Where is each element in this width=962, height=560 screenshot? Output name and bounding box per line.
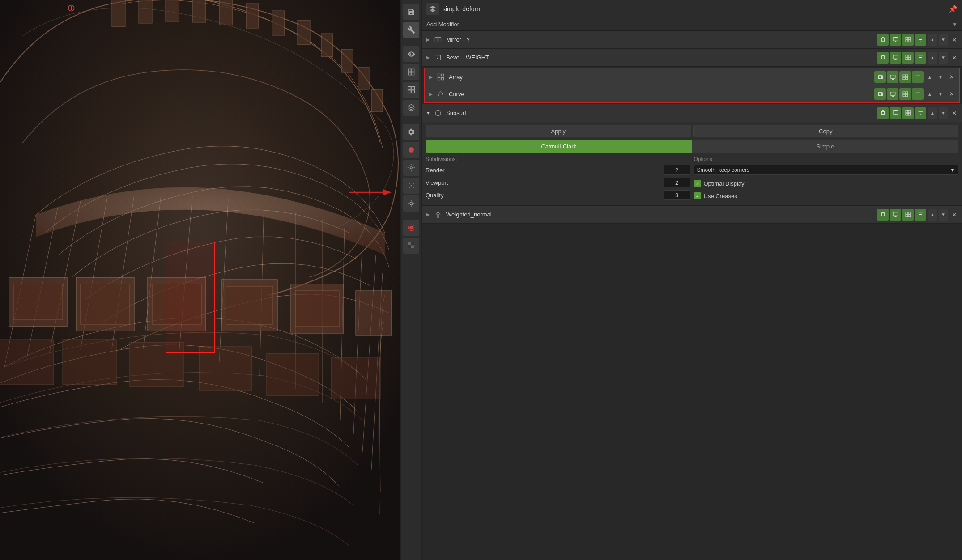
curve-name: Curve (447, 91, 873, 98)
bevel-down-btn[interactable]: ▼ (939, 52, 948, 64)
smooth-dropdown[interactable]: Smooth, keep corners ▼ (694, 165, 959, 175)
curve-close-btn[interactable]: ✕ (947, 89, 957, 99)
use-creases-checkbox[interactable]: ✓ (694, 192, 701, 199)
weighted-normal-filter-btn[interactable] (915, 209, 926, 221)
array-down-btn[interactable]: ▼ (936, 71, 945, 83)
view-button[interactable] (403, 46, 419, 62)
svg-point-48 (409, 226, 413, 229)
mirror-up-btn[interactable]: ▲ (928, 34, 937, 46)
curve-camera-btn[interactable] (874, 88, 886, 100)
array-camera-btn[interactable] (874, 71, 886, 83)
subsurf-filter-btn[interactable] (915, 107, 926, 119)
checker-button[interactable] (403, 238, 419, 254)
subsurf-up-btn[interactable]: ▲ (928, 107, 937, 119)
weighted-normal-display-btn[interactable] (890, 209, 901, 221)
svg-rect-99 (906, 212, 908, 214)
array-close-btn[interactable]: ✕ (947, 72, 957, 82)
svg-rect-92 (906, 110, 908, 113)
panel-title: simple deform (443, 5, 945, 13)
viewport-value[interactable]: 2 (664, 178, 690, 187)
quality-row: Quality 3 (426, 189, 690, 201)
mirror-display-btn[interactable] (890, 34, 901, 46)
subsurf-copy-btn[interactable]: Copy (693, 125, 959, 137)
optimal-display-checkbox[interactable]: ✓ (694, 180, 701, 187)
mirror-camera-btn[interactable] (877, 34, 889, 46)
curve-expand[interactable]: ▶ (427, 90, 434, 98)
svg-rect-69 (908, 58, 911, 60)
constraints-button[interactable] (403, 195, 419, 212)
array-display-btn[interactable] (887, 71, 898, 83)
svg-rect-38 (412, 90, 415, 93)
subsurf-name: Subsurf (444, 110, 875, 116)
tools-button[interactable] (403, 22, 419, 38)
mirror-close-btn[interactable]: ✕ (949, 35, 959, 45)
add-modifier-row[interactable]: Add Modifier ▼ (422, 18, 962, 31)
mirror-buttons (877, 34, 926, 46)
subsurf-apply-btn[interactable]: Apply (426, 125, 691, 137)
bevel-camera-btn[interactable] (877, 52, 889, 64)
settings-button[interactable] (403, 124, 419, 140)
render-button[interactable] (403, 142, 419, 158)
subsurf-grid-btn[interactable] (902, 107, 914, 119)
weighted-normal-close-btn[interactable]: ✕ (949, 210, 959, 220)
array-filter-btn[interactable] (912, 71, 924, 83)
weighted-normal-camera-btn[interactable] (877, 209, 889, 221)
svg-rect-94 (906, 113, 908, 115)
bevel-expand[interactable]: ▶ (425, 54, 432, 61)
svg-point-88 (435, 110, 441, 116)
catmull-clark-btn[interactable]: Catmull-Clark (426, 140, 692, 153)
subsurf-close-btn[interactable]: ✕ (949, 108, 959, 118)
array-grid-btn[interactable] (899, 71, 911, 83)
subsurf-buttons (877, 107, 926, 119)
weighted-normal-grid-btn[interactable] (902, 209, 914, 221)
curve-grid-btn[interactable] (899, 88, 911, 100)
svg-rect-52 (408, 245, 411, 248)
svg-point-39 (409, 147, 414, 153)
curve-up-btn[interactable]: ▲ (925, 88, 934, 100)
subsurf-type-row: Catmull-Clark Simple (426, 140, 958, 153)
material-button[interactable] (403, 220, 419, 236)
physics-button[interactable] (403, 160, 419, 176)
scene-button[interactable] (403, 82, 419, 98)
bevel-close-btn[interactable]: ✕ (949, 53, 959, 63)
simple-btn[interactable]: Simple (692, 140, 959, 153)
bevel-up-btn[interactable]: ▲ (928, 52, 937, 64)
arrow-indicator (349, 179, 400, 206)
particles-button[interactable] (403, 178, 419, 194)
svg-rect-34 (412, 72, 414, 75)
pin-icon[interactable]: 📌 (949, 5, 958, 13)
curve-filter-btn[interactable] (912, 88, 924, 100)
svg-rect-3 (166, 0, 179, 21)
svg-rect-85 (906, 92, 908, 94)
bevel-display-btn[interactable] (890, 52, 901, 64)
weighted-normal-expand[interactable]: ▶ (425, 211, 432, 218)
viewport[interactable]: ⊕ (0, 0, 400, 560)
array-expand[interactable]: ▶ (427, 73, 434, 81)
subsurf-icon (434, 109, 443, 118)
quality-value[interactable]: 3 (664, 190, 690, 200)
curve-down-btn[interactable]: ▼ (936, 88, 945, 100)
subsurf-display-btn[interactable] (890, 107, 901, 119)
curve-display-btn[interactable] (887, 88, 898, 100)
object-button[interactable] (403, 64, 419, 80)
render-value[interactable]: 2 (664, 165, 690, 175)
mirror-filter-btn[interactable] (915, 34, 926, 46)
svg-rect-60 (908, 37, 911, 39)
mirror-grid-btn[interactable] (902, 34, 914, 46)
mirror-down-btn[interactable]: ▼ (939, 34, 948, 46)
mirror-expand[interactable]: ▶ (425, 36, 432, 43)
bevel-filter-btn[interactable] (915, 52, 926, 64)
subsurf-down-btn[interactable]: ▼ (939, 107, 948, 119)
svg-point-44 (409, 187, 410, 188)
bevel-grid-btn[interactable] (902, 52, 914, 64)
svg-rect-5 (219, 0, 233, 25)
weighted-normal-down-btn[interactable]: ▼ (939, 209, 948, 221)
weighted-normal-up-btn[interactable]: ▲ (928, 209, 937, 221)
save-button[interactable] (403, 4, 419, 20)
subsurf-camera-btn[interactable] (877, 107, 889, 119)
array-up-btn[interactable]: ▲ (925, 71, 934, 83)
svg-rect-93 (908, 110, 911, 113)
modifier-stack-button[interactable] (403, 100, 419, 116)
svg-rect-81 (890, 92, 895, 95)
subsurf-expand[interactable]: ▼ (425, 110, 432, 117)
